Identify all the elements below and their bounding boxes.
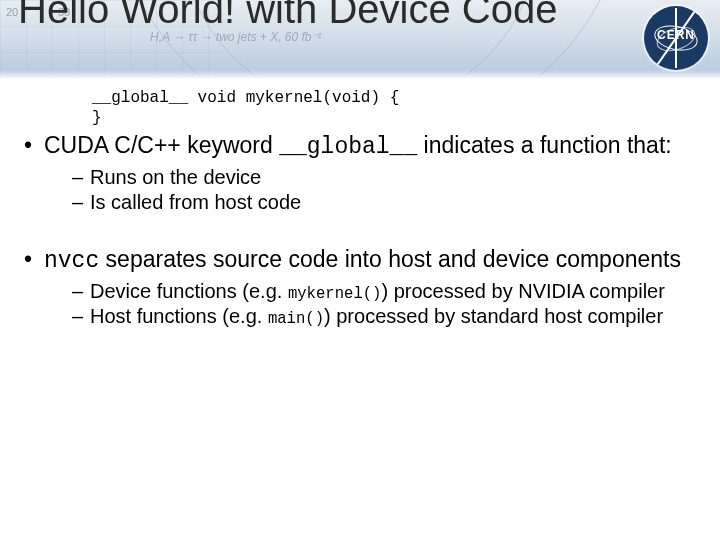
bullet-text: Device functions (e.g.	[90, 280, 288, 302]
inline-code: __global__	[279, 134, 417, 160]
bullet-text: separates source code into host and devi…	[99, 246, 681, 272]
sub-bullet-item: Host functions (e.g. main()) processed b…	[72, 304, 700, 329]
sub-bullet-item: Runs on the device	[72, 165, 700, 189]
inline-code: main()	[268, 310, 324, 328]
banner-formula: H,A → ττ → two jets + X, 60 fb⁻¹	[150, 30, 322, 44]
inline-code: nvcc	[44, 248, 99, 274]
bullet-text: indicates a function that:	[417, 132, 671, 158]
sub-bullet-item: Is called from host code	[72, 190, 700, 214]
bullet-text: Host functions (e.g.	[90, 305, 268, 327]
slide-body: CUDA C/C++ keyword __global__ indicates …	[20, 132, 700, 343]
axis-tick: 20	[6, 6, 18, 18]
bullet-text: ) processed by standard host compiler	[324, 305, 663, 327]
logo-text: CERN	[652, 28, 700, 42]
inline-code: mykernel()	[288, 285, 382, 303]
code-line: __global__ void mykernel(void) {	[92, 89, 399, 107]
bullet-text: ) processed by NVIDIA compiler	[381, 280, 664, 302]
code-line: }	[92, 109, 102, 127]
sub-bullet-item: Device functions (e.g. mykernel()) proce…	[72, 279, 700, 304]
cern-logo: CERN	[644, 6, 708, 70]
bullet-text: CUDA C/C++ keyword	[44, 132, 279, 158]
bullet-item: nvcc separates source code into host and…	[20, 246, 700, 329]
slide: 20 30 H,A → ττ → two jets + X, 60 fb⁻¹ C…	[0, 0, 720, 540]
bullet-item: CUDA C/C++ keyword __global__ indicates …	[20, 132, 700, 214]
slide-title: Hello World! with Device Code	[18, 0, 578, 30]
code-block: __global__ void mykernel(void) { }	[92, 88, 399, 128]
